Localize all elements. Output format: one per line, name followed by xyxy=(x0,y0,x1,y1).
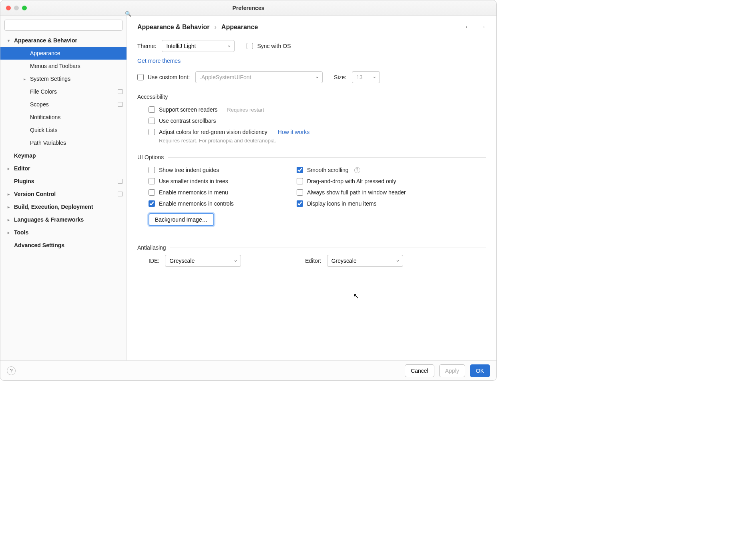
sidebar-item-tools[interactable]: Tools xyxy=(0,226,127,239)
sync-with-os-label: Sync with OS xyxy=(257,43,291,49)
chevron-icon[interactable] xyxy=(8,38,14,43)
help-icon[interactable]: ? xyxy=(354,167,360,173)
sync-with-os-checkbox[interactable] xyxy=(247,43,253,49)
background-image-button[interactable]: Background Image… xyxy=(149,213,214,226)
color-deficiency-checkbox[interactable] xyxy=(149,129,155,135)
sidebar-item-menus-and-toolbars[interactable]: Menus and Toolbars xyxy=(0,60,127,72)
antialiasing-title: Antialiasing xyxy=(137,244,166,251)
sidebar-item-appearance[interactable]: Appearance xyxy=(0,47,127,60)
sidebar-item-quick-lists[interactable]: Quick Lists xyxy=(0,124,127,136)
color-deficiency-note: Requires restart. For protanopia and deu… xyxy=(149,138,486,144)
use-custom-font-label: Use custom font: xyxy=(148,74,190,80)
sidebar-item-file-colors[interactable]: File Colors xyxy=(0,85,127,98)
chevron-icon[interactable] xyxy=(8,192,14,196)
settings-tree[interactable]: Appearance & BehaviorAppearanceMenus and… xyxy=(0,34,127,361)
cancel-button[interactable]: Cancel xyxy=(405,364,434,377)
breadcrumb-current: Appearance xyxy=(221,24,258,31)
project-badge-icon xyxy=(118,179,123,184)
sidebar-item-notifications[interactable]: Notifications xyxy=(0,111,127,124)
sidebar-item-plugins[interactable]: Plugins xyxy=(0,175,127,188)
how-it-works-link[interactable]: How it works xyxy=(278,129,309,135)
sidebar-item-advanced-settings[interactable]: Advanced Settings xyxy=(0,239,127,252)
contrast-scrollbars-checkbox[interactable] xyxy=(149,118,155,124)
full-path-checkbox[interactable] xyxy=(297,189,303,196)
breadcrumb: Appearance & Behavior › Appearance ← → xyxy=(137,23,486,31)
editor-antialiasing-select[interactable]: Greyscale xyxy=(327,255,403,267)
sidebar-item-build-execution-deployment[interactable]: Build, Execution, Deployment xyxy=(0,200,127,213)
cursor-icon: ↖ xyxy=(353,292,359,300)
help-button[interactable]: ? xyxy=(7,366,16,375)
nav-forward-icon: → xyxy=(479,23,486,31)
project-badge-icon xyxy=(118,102,123,107)
display-icons-checkbox[interactable] xyxy=(297,200,303,207)
font-family-select: .AppleSystemUIFont xyxy=(195,71,323,83)
ui-options-title: UI Options xyxy=(137,154,164,160)
chevron-icon[interactable] xyxy=(8,205,14,209)
accessibility-title: Accessibility xyxy=(137,94,168,100)
breadcrumb-parent: Appearance & Behavior xyxy=(137,24,210,31)
project-badge-icon xyxy=(118,192,123,196)
theme-select[interactable]: IntelliJ Light xyxy=(162,40,235,52)
titlebar: Preferences xyxy=(0,0,496,16)
sidebar-item-appearance-behavior[interactable]: Appearance & Behavior xyxy=(0,34,127,47)
search-input[interactable] xyxy=(4,20,123,31)
screen-readers-checkbox[interactable] xyxy=(149,106,155,113)
mnemonics-controls-checkbox[interactable] xyxy=(149,200,155,207)
footer: ? Cancel Apply OK xyxy=(0,360,496,380)
sidebar-item-scopes[interactable]: Scopes xyxy=(0,98,127,111)
content-panel: Appearance & Behavior › Appearance ← → T… xyxy=(127,16,496,361)
apply-button: Apply xyxy=(439,364,465,377)
font-size-select: 13 xyxy=(352,71,380,83)
window-title: Preferences xyxy=(0,5,496,11)
ide-antialiasing-select[interactable]: Greyscale xyxy=(165,255,241,267)
sidebar-item-languages-frameworks[interactable]: Languages & Frameworks xyxy=(0,213,127,226)
chevron-icon[interactable] xyxy=(24,77,30,81)
get-more-themes-link[interactable]: Get more themes xyxy=(137,58,181,64)
sidebar-item-path-variables[interactable]: Path Variables xyxy=(0,136,127,149)
sidebar-item-version-control[interactable]: Version Control xyxy=(0,188,127,200)
ok-button[interactable]: OK xyxy=(470,364,490,377)
chevron-icon[interactable] xyxy=(8,218,14,222)
chevron-icon[interactable] xyxy=(8,166,14,171)
nav-back-icon[interactable]: ← xyxy=(464,23,472,31)
drag-drop-alt-checkbox[interactable] xyxy=(297,178,303,184)
font-size-label: Size: xyxy=(334,74,346,80)
sidebar-item-keymap[interactable]: Keymap xyxy=(0,149,127,162)
mnemonics-menu-checkbox[interactable] xyxy=(149,189,155,196)
smaller-indents-checkbox[interactable] xyxy=(149,178,155,184)
sidebar: 🔍 Appearance & BehaviorAppearanceMenus a… xyxy=(0,16,127,361)
chevron-icon[interactable] xyxy=(8,230,14,235)
sidebar-item-editor[interactable]: Editor xyxy=(0,162,127,175)
project-badge-icon xyxy=(118,89,123,94)
use-custom-font-checkbox[interactable] xyxy=(137,74,144,80)
smooth-scrolling-checkbox[interactable] xyxy=(297,167,303,173)
tree-indent-checkbox[interactable] xyxy=(149,167,155,173)
breadcrumb-sep: › xyxy=(215,24,217,31)
theme-label: Theme: xyxy=(137,43,156,49)
sidebar-item-system-settings[interactable]: System Settings xyxy=(0,72,127,85)
